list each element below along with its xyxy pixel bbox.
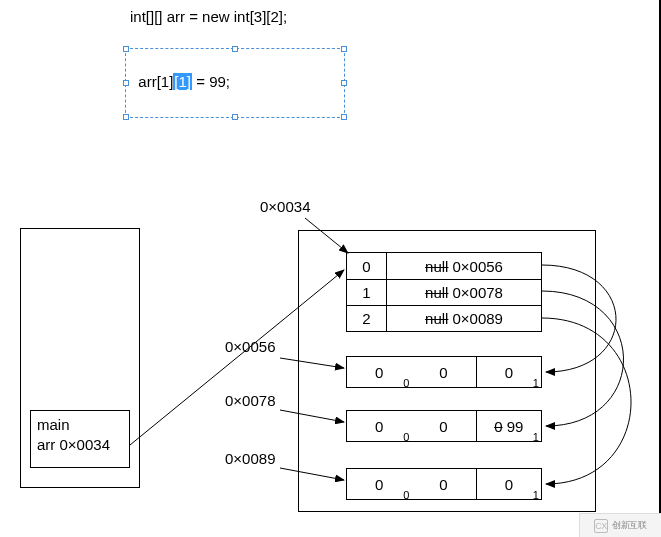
outer-row-2: 2 null 0×0089 bbox=[347, 305, 541, 331]
outer-index: 1 bbox=[347, 280, 387, 305]
frame-name: main bbox=[37, 415, 123, 435]
subarray-0: 0 0 0 bbox=[346, 356, 542, 388]
assign-prefix: arr[1] bbox=[138, 73, 173, 90]
subarray-address-label-0: 0×0056 bbox=[225, 338, 275, 355]
code-assignment: arr[1][1] = 99; bbox=[130, 56, 230, 90]
var-name: arr bbox=[37, 436, 55, 453]
outer-value: null 0×0089 bbox=[387, 306, 541, 331]
outer-index: 2 bbox=[347, 306, 387, 331]
outer-value: null 0×0078 bbox=[387, 280, 541, 305]
outer-row-1: 1 null 0×0078 bbox=[347, 279, 541, 305]
sub-cell: 0 bbox=[476, 469, 541, 499]
sub-cell: 0 bbox=[347, 357, 411, 387]
subarray-1: 0 0 0 99 bbox=[346, 410, 542, 442]
subarray-2: 0 0 0 bbox=[346, 468, 542, 500]
subarray-address-label-2: 0×0089 bbox=[225, 450, 275, 467]
sub-cell: 0 bbox=[476, 357, 541, 387]
old-val: 0 bbox=[494, 418, 502, 435]
sub-cell: 0 bbox=[347, 469, 411, 499]
watermark: CX 创新互联 bbox=[579, 513, 661, 537]
stack-frame: main arr 0×0034 bbox=[30, 410, 130, 468]
sub-cell: 0 bbox=[411, 357, 475, 387]
var-row: arr 0×0034 bbox=[37, 435, 123, 455]
watermark-text: 创新互联 bbox=[612, 519, 647, 532]
outer-index: 0 bbox=[347, 253, 387, 279]
assign-highlight: [1] bbox=[173, 73, 192, 90]
outer-addr: 0×0056 bbox=[452, 258, 502, 275]
outer-array-table: 0 null 0×0056 1 null 0×0078 2 null 0×008… bbox=[346, 252, 542, 332]
code-declaration: int[][] arr = new int[3][2]; bbox=[130, 8, 287, 25]
sub-cell-modified: 0 99 bbox=[476, 411, 541, 441]
outer-old: null bbox=[425, 258, 448, 275]
sub-cell: 0 bbox=[411, 411, 475, 441]
outer-addr: 0×0089 bbox=[452, 310, 502, 327]
sub-cell: 0 bbox=[347, 411, 411, 441]
heap-outer-address-label: 0×0034 bbox=[260, 198, 310, 215]
outer-old: null bbox=[425, 310, 448, 327]
outer-addr: 0×0078 bbox=[452, 284, 502, 301]
watermark-logo-icon: CX bbox=[594, 519, 608, 533]
assign-suffix: = 99; bbox=[192, 73, 230, 90]
outer-row-0: 0 null 0×0056 bbox=[347, 253, 541, 279]
new-val: 99 bbox=[507, 418, 524, 435]
var-value: 0×0034 bbox=[60, 436, 110, 453]
sub-cell: 0 bbox=[411, 469, 475, 499]
outer-old: null bbox=[425, 284, 448, 301]
subarray-address-label-1: 0×0078 bbox=[225, 392, 275, 409]
outer-value: null 0×0056 bbox=[387, 253, 541, 279]
